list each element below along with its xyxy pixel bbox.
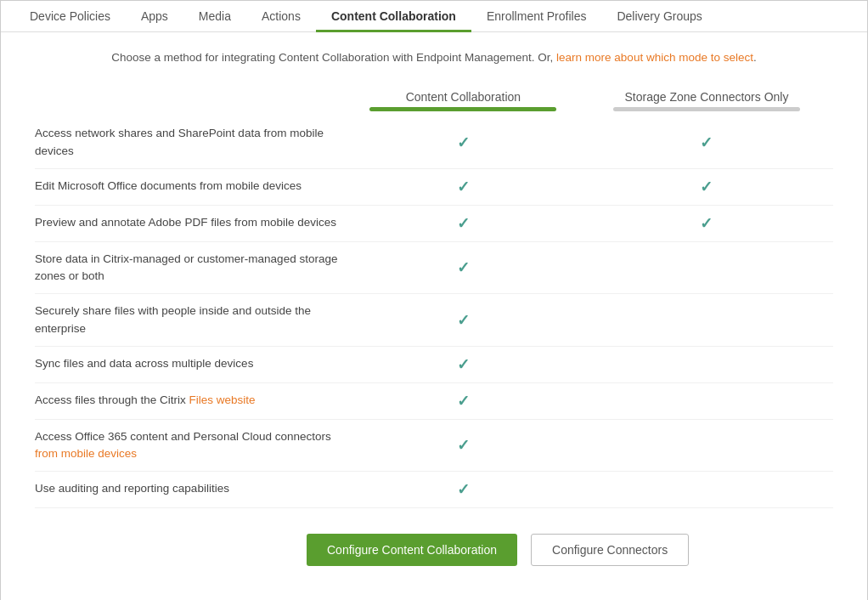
col1-check-cell: ✓ <box>347 205 580 241</box>
checkmark-icon: ✓ <box>457 259 470 276</box>
nav-item-device-policies[interactable]: Device Policies <box>14 1 126 31</box>
col1-check-cell: ✓ <box>347 419 580 472</box>
checkmark-icon: ✓ <box>457 134 470 151</box>
checkmark-icon: ✓ <box>457 437 470 454</box>
feature-link[interactable]: from mobile devices <box>35 447 137 460</box>
configure-connectors-button[interactable]: Configure Connectors <box>531 534 689 566</box>
feature-label: Use auditing and reporting capabilities <box>35 472 347 508</box>
col1-check-cell: ✓ <box>347 116 580 168</box>
checkmark-icon: ✓ <box>700 215 713 232</box>
checkmark-icon: ✓ <box>700 134 713 151</box>
nav-item-actions[interactable]: Actions <box>246 1 316 31</box>
table-row: Use auditing and reporting capabilities✓ <box>35 472 833 508</box>
configure-content-collaboration-button[interactable]: Configure Content Collaboration <box>307 534 517 566</box>
checkmark-icon: ✓ <box>457 312 470 329</box>
col1-check-cell: ✓ <box>347 382 580 419</box>
col2-check-cell: ✓ <box>580 116 833 168</box>
intro-paragraph: Choose a method for integrating Content … <box>35 49 833 66</box>
col1-check-cell: ✓ <box>347 294 580 347</box>
feature-label: Access Office 365 content and Personal C… <box>35 419 347 472</box>
col1-check-cell: ✓ <box>347 472 580 508</box>
feature-label: Sync files and data across multiple devi… <box>35 346 347 382</box>
intro-learn-more-link[interactable]: learn more about which mode to select <box>556 51 753 64</box>
intro-text-before: Choose a method for integrating Content … <box>111 51 556 64</box>
col2-check-cell <box>580 472 833 508</box>
col2-check-cell <box>580 419 833 472</box>
storage-zone-bar <box>613 107 800 111</box>
navigation-bar: Device Policies Apps Media Actions Conte… <box>1 1 867 32</box>
feature-label: Edit Microsoft Office documents from mob… <box>35 168 347 205</box>
checkmark-icon: ✓ <box>457 215 470 232</box>
table-row: Preview and annotate Adobe PDF files fro… <box>35 205 833 241</box>
feature-label: Access files through the Citrix Files we… <box>35 382 347 419</box>
col2-check-cell <box>580 346 833 382</box>
feature-label: Securely share files with people inside … <box>35 294 347 347</box>
feature-link[interactable]: Files website <box>189 393 256 406</box>
storage-zone-column-header: Storage Zone Connectors Only <box>580 90 833 116</box>
nav-item-delivery-groups[interactable]: Delivery Groups <box>601 1 717 31</box>
checkmark-icon: ✓ <box>457 356 470 373</box>
table-row: Sync files and data across multiple devi… <box>35 346 833 382</box>
table-row: Access Office 365 content and Personal C… <box>35 419 833 472</box>
col2-check-cell <box>580 241 833 294</box>
main-content: Choose a method for integrating Content … <box>1 32 867 600</box>
comparison-table: Content Collaboration Storage Zone Conne… <box>35 90 833 508</box>
buttons-row: Configure Content Collaboration Configur… <box>35 534 833 566</box>
feature-column-header <box>35 90 347 116</box>
col2-check-cell: ✓ <box>580 205 833 241</box>
checkmark-icon: ✓ <box>457 393 470 410</box>
col2-check-cell: ✓ <box>580 168 833 205</box>
table-row: Edit Microsoft Office documents from mob… <box>35 168 833 205</box>
table-row: Securely share files with people inside … <box>35 294 833 347</box>
feature-label: Preview and annotate Adobe PDF files fro… <box>35 205 347 241</box>
feature-label: Store data in Citrix-managed or customer… <box>35 241 347 294</box>
col1-check-cell: ✓ <box>347 241 580 294</box>
col2-check-cell <box>580 382 833 419</box>
table-row: Access network shares and SharePoint dat… <box>35 116 833 168</box>
nav-item-media[interactable]: Media <box>183 1 246 31</box>
checkmark-icon: ✓ <box>700 178 713 195</box>
checkmark-icon: ✓ <box>457 178 470 195</box>
feature-label: Access network shares and SharePoint dat… <box>35 116 347 168</box>
table-row: Access files through the Citrix Files we… <box>35 382 833 419</box>
col1-check-cell: ✓ <box>347 168 580 205</box>
checkmark-icon: ✓ <box>457 481 470 498</box>
nav-item-enrollment-profiles[interactable]: Enrollment Profiles <box>471 1 602 31</box>
content-collaboration-column-header: Content Collaboration <box>347 90 580 116</box>
nav-item-apps[interactable]: Apps <box>126 1 183 31</box>
intro-text-after: . <box>753 51 757 64</box>
nav-item-content-collaboration[interactable]: Content Collaboration <box>316 1 471 31</box>
col2-check-cell <box>580 294 833 347</box>
content-collab-bar <box>369 107 556 111</box>
col1-check-cell: ✓ <box>347 346 580 382</box>
table-row: Store data in Citrix-managed or customer… <box>35 241 833 294</box>
